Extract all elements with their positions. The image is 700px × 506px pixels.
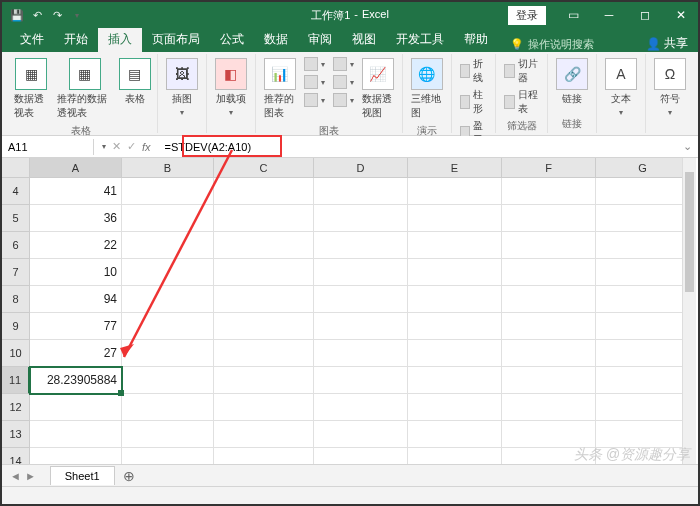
qat-customize-icon[interactable]: ▾ (70, 8, 84, 22)
cell-B6[interactable] (122, 232, 214, 259)
cell-B7[interactable] (122, 259, 214, 286)
cell-G11[interactable] (596, 367, 690, 394)
cell-A11[interactable]: 28.23905884 (30, 367, 122, 394)
addins-button[interactable]: ◧加载项▾ (213, 56, 249, 119)
table-button[interactable]: ▤表格 (119, 56, 151, 108)
cell-D12[interactable] (314, 394, 408, 421)
sheet-nav-next-icon[interactable]: ► (25, 470, 36, 482)
cell-F5[interactable] (502, 205, 596, 232)
cell-D7[interactable] (314, 259, 408, 286)
cell-A4[interactable]: 41 (30, 178, 122, 205)
cell-B9[interactable] (122, 313, 214, 340)
scrollbar-thumb[interactable] (685, 172, 694, 292)
chart-type-1[interactable]: ▾ (302, 56, 327, 72)
tab-file[interactable]: 文件 (10, 27, 54, 52)
cell-D6[interactable] (314, 232, 408, 259)
cell-B13[interactable] (122, 421, 214, 448)
recommended-pivottable-button[interactable]: ▦推荐的数据透视表 (55, 56, 115, 122)
cell-B10[interactable] (122, 340, 214, 367)
column-header-G[interactable]: G (596, 158, 690, 178)
tab-pagelayout[interactable]: 页面布局 (142, 27, 210, 52)
column-header-A[interactable]: A (30, 158, 122, 178)
cell-E8[interactable] (408, 286, 502, 313)
cancel-formula-icon[interactable]: ✕ (112, 140, 121, 153)
cell-G13[interactable] (596, 421, 690, 448)
cell-B11[interactable] (122, 367, 214, 394)
cell-E5[interactable] (408, 205, 502, 232)
symbol-button[interactable]: Ω符号▾ (652, 56, 688, 119)
row-header-5[interactable]: 5 (2, 205, 30, 232)
cell-D5[interactable] (314, 205, 408, 232)
tab-home[interactable]: 开始 (54, 27, 98, 52)
cell-G8[interactable] (596, 286, 690, 313)
chart-type-2[interactable]: ▾ (302, 74, 327, 90)
save-icon[interactable]: 💾 (10, 8, 24, 22)
cell-D10[interactable] (314, 340, 408, 367)
formula-expand-icon[interactable]: ⌄ (677, 140, 698, 153)
namebox-dropdown-icon[interactable]: ▾ (102, 142, 106, 151)
cell-A12[interactable] (30, 394, 122, 421)
formula-input[interactable]: =STDEV(A2:A10) (159, 139, 677, 155)
column-header-C[interactable]: C (214, 158, 314, 178)
cell-F9[interactable] (502, 313, 596, 340)
cell-A7[interactable]: 10 (30, 259, 122, 286)
close-icon[interactable]: ✕ (664, 2, 698, 28)
fx-icon[interactable]: fx (142, 141, 151, 153)
cell-A9[interactable]: 77 (30, 313, 122, 340)
cell-E11[interactable] (408, 367, 502, 394)
cell-A6[interactable]: 22 (30, 232, 122, 259)
cell-D13[interactable] (314, 421, 408, 448)
tab-data[interactable]: 数据 (254, 27, 298, 52)
cell-G10[interactable] (596, 340, 690, 367)
vertical-scrollbar[interactable] (682, 158, 696, 464)
cell-B5[interactable] (122, 205, 214, 232)
3dmap-button[interactable]: 🌐三维地图 (409, 56, 445, 122)
cell-F10[interactable] (502, 340, 596, 367)
cell-C11[interactable] (214, 367, 314, 394)
cell-G7[interactable] (596, 259, 690, 286)
undo-icon[interactable]: ↶ (30, 8, 44, 22)
tab-formulas[interactable]: 公式 (210, 27, 254, 52)
text-button[interactable]: A文本▾ (603, 56, 639, 119)
row-header-13[interactable]: 13 (2, 421, 30, 448)
login-button[interactable]: 登录 (508, 6, 546, 25)
name-box[interactable]: A11 (2, 139, 94, 155)
cell-F12[interactable] (502, 394, 596, 421)
column-header-F[interactable]: F (502, 158, 596, 178)
recommended-charts-button[interactable]: 📊推荐的图表 (262, 56, 298, 122)
row-header-11[interactable]: 11 (2, 367, 30, 394)
cell-C6[interactable] (214, 232, 314, 259)
cell-B8[interactable] (122, 286, 214, 313)
slicer-button[interactable]: 切片器 (502, 56, 541, 86)
column-header-E[interactable]: E (408, 158, 502, 178)
cell-F13[interactable] (502, 421, 596, 448)
redo-icon[interactable]: ↷ (50, 8, 64, 22)
cell-F11[interactable] (502, 367, 596, 394)
row-header-6[interactable]: 6 (2, 232, 30, 259)
cell-A10[interactable]: 27 (30, 340, 122, 367)
row-header-4[interactable]: 4 (2, 178, 30, 205)
illustrations-button[interactable]: 🖼插图▾ (164, 56, 200, 119)
cell-G9[interactable] (596, 313, 690, 340)
cell-E9[interactable] (408, 313, 502, 340)
cell-G5[interactable] (596, 205, 690, 232)
chart-type-3[interactable]: ▾ (302, 92, 327, 108)
cell-D11[interactable] (314, 367, 408, 394)
cell-C7[interactable] (214, 259, 314, 286)
cell-C8[interactable] (214, 286, 314, 313)
add-sheet-button[interactable]: ⊕ (115, 468, 143, 484)
cell-E4[interactable] (408, 178, 502, 205)
timeline-button[interactable]: 日程表 (502, 87, 541, 117)
tab-insert[interactable]: 插入 (98, 27, 142, 52)
cell-A5[interactable]: 36 (30, 205, 122, 232)
cell-G6[interactable] (596, 232, 690, 259)
cell-D8[interactable] (314, 286, 408, 313)
cell-G4[interactable] (596, 178, 690, 205)
cell-C12[interactable] (214, 394, 314, 421)
cell-D4[interactable] (314, 178, 408, 205)
tell-me-search[interactable]: 💡 操作说明搜索 (510, 37, 594, 52)
cell-C10[interactable] (214, 340, 314, 367)
cell-E13[interactable] (408, 421, 502, 448)
pivottable-button[interactable]: ▦数据透视表 (12, 56, 51, 122)
minimize-icon[interactable]: ─ (592, 2, 626, 28)
